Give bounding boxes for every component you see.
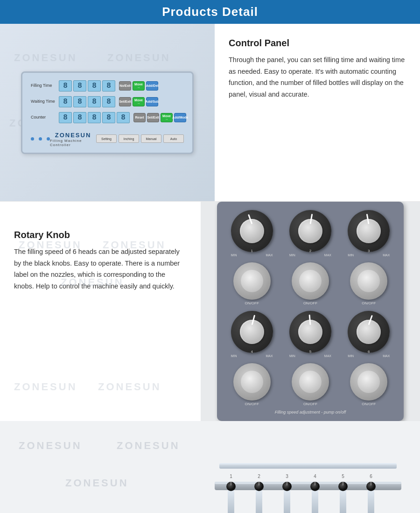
- knob-cell-onoff-3: ON/OFF: [343, 262, 395, 305]
- knob-onoff-5: [292, 363, 329, 401]
- watermark-s3-1: ZONESUN: [19, 440, 82, 452]
- svg-text:1: 1: [230, 474, 232, 479]
- svg-text:4: 4: [314, 474, 316, 479]
- controller-display: Filling Time 8 8 8 8 No/Exit Move → Add/…: [21, 71, 194, 154]
- svg-text:2: 2: [258, 474, 260, 479]
- svg-text:5: 5: [342, 474, 344, 479]
- knob-6: 6: [348, 311, 390, 353]
- watermark-s2-5: ZONESUN: [98, 381, 161, 393]
- watermark-s3-2: ZONESUN: [117, 440, 180, 452]
- knob-onoff-1: [233, 262, 271, 300]
- watermark-1: ZONESUN: [14, 52, 77, 64]
- knob-cell-6: 6 MINMAX: [343, 311, 395, 358]
- counter-digits: 8 8 8 8 8: [59, 112, 130, 123]
- filling-time-row: Filling Time 8 8 8 8 No/Exit Move → Add/…: [31, 80, 184, 91]
- svg-rect-27: [368, 490, 374, 513]
- nozzle-svg: 1 2 3 4 5: [210, 435, 406, 513]
- svg-rect-16: [287, 482, 287, 485]
- knob-cell-onoff-6: ON/OFF: [343, 363, 395, 406]
- rotary-knob-description: The filling speed of 6 heads can be adju…: [14, 246, 187, 292]
- section-control-panel: ZONESUN ZONESUN ZONESUN ZONESUN ZONESUN …: [0, 24, 420, 201]
- knob-panel-label: Filling speed adjustment - pump on/off: [225, 410, 395, 415]
- knob-cell-onoff-5: ON/OFF: [284, 363, 336, 406]
- knob-onoff-4: [233, 363, 271, 401]
- page-title: Products Detail: [9, 5, 411, 19]
- svg-rect-26: [343, 482, 343, 485]
- svg-rect-6: [231, 482, 231, 485]
- knob-grid-top: 1 MINMAX 2 MINMAX 3: [225, 210, 395, 406]
- knob-cell-onoff-2: ON/OFF: [284, 262, 336, 305]
- counter-label: Counter: [31, 115, 59, 120]
- svg-rect-17: [312, 490, 318, 513]
- rotary-knob-image: 1 MINMAX 2 MINMAX 3: [201, 202, 420, 421]
- knob-onoff-2: [292, 262, 329, 300]
- knob-cell-onoff-1: ON/OFF: [225, 262, 278, 305]
- knob-5: 5: [289, 311, 331, 353]
- waiting-time-label: Waiting Time: [31, 99, 59, 104]
- knob-cell-2: 2 MINMAX: [284, 210, 336, 257]
- knob-cell-1: 1 MINMAX: [225, 210, 278, 257]
- knob-1: 1: [231, 210, 273, 252]
- brand-sub: Filling Machine Controller: [50, 139, 96, 147]
- filling-time-digits: 8 8 8 8: [59, 80, 115, 91]
- filling-time-label: Filling Time: [31, 83, 59, 88]
- page-header: Products Detail: [0, 0, 420, 24]
- svg-rect-22: [340, 490, 346, 513]
- knob-onoff-3: [350, 262, 387, 300]
- knob-cell-4: 4 MINMAX: [225, 311, 278, 358]
- watermark-s2-4: ZONESUN: [14, 381, 77, 393]
- svg-rect-21: [315, 482, 315, 485]
- control-panel-title: Control Panel: [229, 38, 406, 49]
- nozzle-image: 1 2 3 4 5: [201, 426, 415, 513]
- svg-rect-31: [371, 482, 371, 485]
- watermark-2: ZONESUN: [107, 52, 171, 64]
- knob-onoff-6: [350, 363, 387, 401]
- control-panel-image: ZONESUN ZONESUN ZONESUN ZONESUN ZONESUN …: [0, 24, 215, 201]
- control-panel-text: Control Panel Through the panel, you can…: [215, 24, 420, 201]
- svg-rect-11: [259, 482, 259, 485]
- rotary-knob-text: ZONESUN ZONESUN ZONESUN ZONESUN ZONESUN …: [0, 202, 201, 421]
- svg-text:6: 6: [370, 474, 372, 479]
- knob-panel: 1 MINMAX 2 MINMAX 3: [217, 202, 404, 421]
- knob-cell-5: 5 MINMAX: [284, 311, 336, 358]
- svg-rect-2: [228, 490, 234, 513]
- svg-rect-12: [284, 490, 290, 513]
- counter-row: Counter 8 8 8 8 8 Reset Set/Exit Move → …: [31, 112, 184, 123]
- rotary-knob-title: Rotary Knob: [14, 230, 187, 240]
- svg-rect-39: [219, 463, 397, 464]
- knob-3: 3: [348, 210, 390, 252]
- section-rotary-knob: ZONESUN ZONESUN ZONESUN ZONESUN ZONESUN …: [0, 201, 420, 421]
- knob-cell-onoff-4: ON/OFF: [225, 363, 278, 406]
- brand-name: ZONESUN: [55, 132, 91, 139]
- svg-text:3: 3: [286, 474, 288, 479]
- waiting-time-digits: 8 8 8 8: [59, 96, 115, 107]
- knob-cell-3: 3 MINMAX: [343, 210, 395, 257]
- knob-2: 2: [289, 210, 331, 252]
- waiting-time-row: Waiting Time 8 8 8 8 Set/Exit Move → Add…: [31, 96, 184, 107]
- knob-4: 4: [231, 311, 273, 353]
- svg-rect-7: [256, 490, 262, 513]
- watermark-s3-3: ZONESUN: [65, 477, 129, 489]
- section-nozzle: ZONESUN ZONESUN ZONESUN: [0, 421, 420, 513]
- control-panel-description: Through the panel, you can set filling t…: [229, 54, 406, 100]
